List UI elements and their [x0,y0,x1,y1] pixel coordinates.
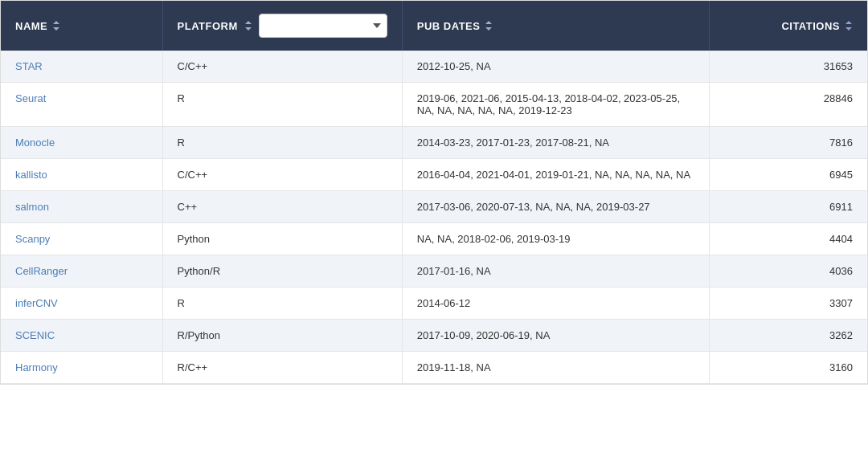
cell-platform: R/C++ [162,352,402,384]
cell-citations: 3160 [710,352,867,384]
cell-pubdates: 2019-11-18, NA [402,352,709,384]
col-name-label: NAME [15,20,47,32]
col-name-sort-icon[interactable] [52,20,60,31]
row-name-link[interactable]: inferCNV [15,297,58,309]
cell-pubdates: 2016-04-04, 2021-04-01, 2019-01-21, NA, … [402,159,709,191]
table-row: SCENICR/Python2017-10-09, 2020-06-19, NA… [1,320,867,352]
cell-citations: 3262 [710,320,867,352]
cell-platform: C++ [162,191,402,223]
cell-citations: 6945 [710,159,867,191]
col-platform-label: PLATFORM [178,20,238,32]
citations-value: 3307 [829,297,853,309]
row-name-link[interactable]: CellRanger [15,265,68,277]
row-name-link[interactable]: STAR [15,60,43,72]
cell-platform: R/Python [162,320,402,352]
table-row: STARC/C++2012-10-25, NA31653 [1,51,867,83]
col-citations-label: CITATIONS [781,20,840,32]
table-header-row: NAME PLATFORM [1,1,867,51]
cell-citations: 6911 [710,191,867,223]
cell-platform: R [162,288,402,320]
cell-citations: 4404 [710,223,867,255]
cell-citations: 4036 [710,255,867,288]
table-row: SeuratR2019-06, 2021-06, 2015-04-13, 201… [1,83,867,127]
cell-name: salmon [1,191,162,223]
row-name-link[interactable]: salmon [15,201,49,213]
citations-value: 6945 [829,169,853,181]
row-name-link[interactable]: Monocle [15,137,55,149]
row-name-link[interactable]: SCENIC [15,329,55,341]
platform-filter-select[interactable]: C/C++ R Python C++ Python/R R/Python R/C… [259,14,387,38]
cell-name: inferCNV [1,288,162,320]
cell-name: SCENIC [1,320,162,352]
col-header-platform: PLATFORM C/C++ R [162,1,402,51]
row-name-link[interactable]: Harmony [15,361,58,373]
cell-pubdates: 2014-06-12 [402,288,709,320]
cell-platform: R [162,83,402,127]
cell-citations: 28846 [710,83,867,127]
cell-platform: C/C++ [162,159,402,191]
col-citations-sort-icon[interactable] [845,20,853,31]
col-platform-sort-icon[interactable] [244,20,252,31]
table-row: CellRangerPython/R2017-01-16, NA4036 [1,255,867,288]
row-name-link[interactable]: Seurat [15,92,46,104]
col-header-pubdates: PUB DATES [402,1,709,51]
cell-name: Seurat [1,83,162,127]
cell-pubdates: 2017-03-06, 2020-07-13, NA, NA, NA, 2019… [402,191,709,223]
citations-value: 7816 [829,137,853,149]
cell-name: STAR [1,51,162,83]
table-body: STARC/C++2012-10-25, NA31653SeuratR2019-… [1,51,867,384]
cell-platform: Python [162,223,402,255]
cell-pubdates: 2019-06, 2021-06, 2015-04-13, 2018-04-02… [402,83,709,127]
cell-platform: Python/R [162,255,402,288]
citations-value: 3160 [829,361,853,373]
table-row: kallistoC/C++2016-04-04, 2021-04-01, 201… [1,159,867,191]
cell-pubdates: 2017-01-16, NA [402,255,709,288]
row-name-link[interactable]: kallisto [15,169,47,181]
cell-pubdates: 2014-03-23, 2017-01-23, 2017-08-21, NA [402,127,709,159]
citations-value: 31653 [824,60,853,72]
cell-pubdates: NA, NA, 2018-02-06, 2019-03-19 [402,223,709,255]
cell-name: Scanpy [1,223,162,255]
citations-value: 3262 [829,329,853,341]
col-header-name: NAME [1,1,162,51]
cell-name: CellRanger [1,255,162,288]
table-row: MonocleR2014-03-23, 2017-01-23, 2017-08-… [1,127,867,159]
cell-citations: 3307 [710,288,867,320]
citations-value: 4036 [829,265,853,277]
table-row: inferCNVR2014-06-123307 [1,288,867,320]
col-pubdates-sort-icon[interactable] [485,20,493,31]
cell-name: kallisto [1,159,162,191]
cell-platform: R [162,127,402,159]
platform-filter-wrapper: C/C++ R Python C++ Python/R R/Python R/C… [259,14,387,38]
row-name-link[interactable]: Scanpy [15,233,50,245]
cell-name: Monocle [1,127,162,159]
data-table: NAME PLATFORM [1,1,867,384]
table-row: ScanpyPythonNA, NA, 2018-02-06, 2019-03-… [1,223,867,255]
col-pubdates-label: PUB DATES [417,20,481,32]
cell-pubdates: 2012-10-25, NA [402,51,709,83]
cell-citations: 7816 [710,127,867,159]
citations-value: 6911 [829,201,853,213]
citations-value: 4404 [829,233,853,245]
cell-platform: C/C++ [162,51,402,83]
cell-citations: 31653 [710,51,867,83]
main-table-container: NAME PLATFORM [0,0,868,385]
cell-name: Harmony [1,352,162,384]
cell-pubdates: 2017-10-09, 2020-06-19, NA [402,320,709,352]
table-row: HarmonyR/C++2019-11-18, NA3160 [1,352,867,384]
table-row: salmonC++2017-03-06, 2020-07-13, NA, NA,… [1,191,867,223]
col-header-citations: CITATIONS [710,1,867,51]
citations-value: 28846 [824,92,853,104]
